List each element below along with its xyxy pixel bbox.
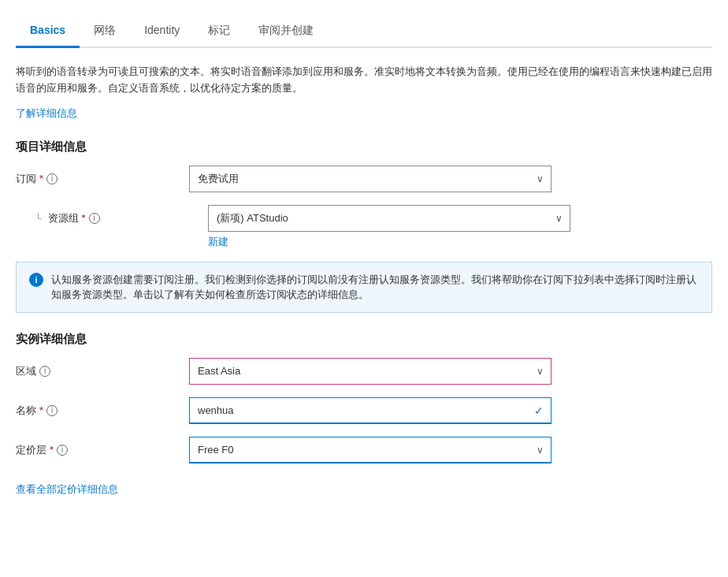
pricing-required: * <box>50 444 54 456</box>
resource-group-control: (新项) ATStudio ∨ 新建 <box>208 205 570 249</box>
tabs: Basics 网络 Identity 标记 审阅并创建 <box>16 16 712 48</box>
subscription-label: 订阅 * i <box>16 166 189 186</box>
pricing-info-icon[interactable]: i <box>57 445 68 456</box>
project-details-title: 项目详细信息 <box>16 140 712 154</box>
name-required: * <box>39 404 43 416</box>
pricing-row: 定价层 * i Free F0 ∨ <box>16 437 712 463</box>
name-row: 名称 * i ✓ <box>16 397 712 424</box>
name-control: ✓ <box>189 397 552 424</box>
region-row: 区域 i East Asia ∨ <box>16 358 712 385</box>
tab-basics[interactable]: Basics <box>16 16 80 48</box>
region-label: 区域 i <box>16 358 189 378</box>
page-description: 将听到的语音转录为可读且可搜索的文本。将实时语音翻译添加到应用和服务。准实时地将… <box>16 64 712 97</box>
region-select-wrapper: East Asia ∨ <box>189 358 552 385</box>
subscription-info-icon[interactable]: i <box>46 173 58 184</box>
resource-group-select[interactable]: (新项) ATStudio <box>208 205 570 232</box>
region-select[interactable]: East Asia <box>189 358 552 385</box>
pricing-label: 定价层 * i <box>16 437 189 457</box>
new-resource-group-link[interactable]: 新建 <box>208 235 228 249</box>
subscription-required: * <box>39 173 43 184</box>
tab-tags[interactable]: 标记 <box>194 16 244 48</box>
pricing-control: Free F0 ∨ <box>189 437 552 463</box>
tab-identity[interactable]: Identity <box>130 16 194 48</box>
tab-network[interactable]: 网络 <box>80 16 130 48</box>
subscription-select[interactable]: 免费试用 <box>189 166 552 192</box>
tab-review[interactable]: 审阅并创建 <box>244 16 328 48</box>
resource-group-info-icon[interactable]: i <box>89 213 100 224</box>
resource-group-row: └ 资源组 * i (新项) ATStudio ∨ 新建 <box>16 205 712 249</box>
info-box-text: 认知服务资源创建需要订阅注册。我们检测到你选择的订阅以前没有注册认知服务资源类型… <box>51 272 699 303</box>
name-input[interactable] <box>189 397 552 424</box>
name-label: 名称 * i <box>16 397 189 418</box>
region-control: East Asia ∨ <box>189 358 552 385</box>
pricing-select-wrapper: Free F0 ∨ <box>189 437 552 463</box>
info-circle-icon: i <box>29 273 43 287</box>
info-box: i 认知服务资源创建需要订阅注册。我们检测到你选择的订阅以前没有注册认知服务资源… <box>16 262 712 313</box>
name-input-wrapper: ✓ <box>189 397 552 424</box>
resource-group-select-wrapper: (新项) ATStudio ∨ <box>208 205 570 232</box>
learn-more-link[interactable]: 了解详细信息 <box>16 107 77 119</box>
region-info-icon[interactable]: i <box>39 366 50 377</box>
name-check-icon: ✓ <box>534 404 544 417</box>
subscription-select-wrapper: 免费试用 ∨ <box>189 166 552 192</box>
pricing-select[interactable]: Free F0 <box>189 437 552 463</box>
name-info-icon[interactable]: i <box>46 405 58 416</box>
resource-group-required: * <box>82 212 86 224</box>
instance-details-title: 实例详细信息 <box>16 332 712 347</box>
subscription-control: 免费试用 ∨ <box>189 166 552 192</box>
subscription-row: 订阅 * i 免费试用 ∨ <box>16 166 712 192</box>
view-pricing-link[interactable]: 查看全部定价详细信息 <box>16 482 118 497</box>
resource-group-label: └ 资源组 * i <box>35 205 208 225</box>
